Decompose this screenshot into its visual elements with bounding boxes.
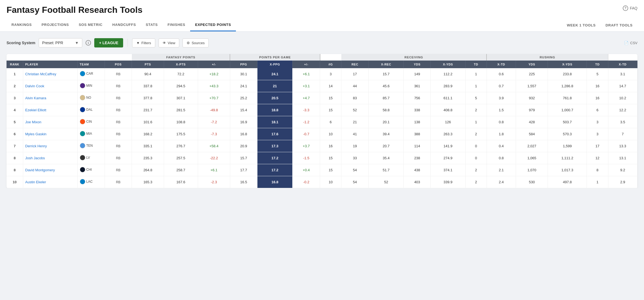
cell-xppg: 17.2: [257, 164, 293, 176]
cell-player-name[interactable]: Derrick Henry: [23, 140, 77, 152]
info-icon[interactable]: ℹ: [86, 40, 91, 46]
cell-rec-yds: 149: [404, 68, 431, 80]
cell-rush-yds: 1,065: [516, 152, 548, 164]
cell-xrec: 85.7: [369, 92, 404, 104]
nav-item-week1-tools[interactable]: WEEK 1 TOOLS: [562, 19, 601, 31]
league-button[interactable]: + LEAGUE: [94, 38, 123, 47]
nav-item-rankings[interactable]: RANKINGS: [7, 19, 37, 31]
cell-rush-xtd: 2.9: [608, 176, 637, 188]
col-xpts: X-PTS: [164, 61, 198, 68]
cell-player-name[interactable]: Josh Jacobs: [23, 152, 77, 164]
cell-ppg-pm: -3.3: [293, 104, 320, 116]
cell-plusminus: -22.2: [198, 152, 230, 164]
cell-rec-xyds: 611.1: [431, 92, 466, 104]
cell-rec: 83: [341, 92, 369, 104]
cell-rank: 4: [7, 104, 23, 116]
col-rush-yds: YDS: [516, 61, 548, 68]
cell-rec-xtd: 2.4: [487, 176, 516, 188]
cell-rec-td: 0: [465, 140, 487, 152]
cell-rec-td: 2: [465, 104, 487, 116]
eye-icon: 👁: [163, 41, 166, 45]
cell-rush-td: 5: [587, 68, 608, 80]
col-plusminus: +/-: [198, 61, 230, 68]
cell-rec-td: 1: [465, 116, 487, 128]
cell-player-name[interactable]: Myles Gaskin: [23, 128, 77, 140]
filters-button[interactable]: ▼ Filters: [132, 38, 155, 47]
csv-button[interactable]: 📄 CSV: [624, 41, 637, 45]
nav-item-handcuffs[interactable]: HANDCUFFS: [107, 19, 141, 31]
table-row: 1 Christian McCaffrey CAR RB 90.4 72.2 +…: [7, 68, 637, 80]
cell-ppg: 15.4: [230, 104, 257, 116]
cell-xpts: 167.6: [164, 176, 198, 188]
cell-rush-td: 3: [587, 116, 608, 128]
cell-xrec: 52: [369, 176, 404, 188]
table-row: 7 Derrick Henry TEN RB 335.1 276.7 +58.4…: [7, 140, 637, 152]
cell-rush-xyds: 761.8: [548, 92, 587, 104]
view-button[interactable]: 👁 View: [159, 38, 180, 47]
app-title: Fantasy Football Research Tools: [7, 5, 637, 19]
cell-plusminus: -7.2: [198, 116, 230, 128]
cell-player-name[interactable]: Alvin Kamara: [23, 92, 77, 104]
cell-ppg: 16.9: [230, 116, 257, 128]
cell-rush-yds: 225: [516, 68, 548, 80]
cell-team: TEN: [77, 140, 105, 152]
cell-xrec: 39.4: [369, 128, 404, 140]
cell-rush-xtd: 7: [608, 128, 637, 140]
cell-player-name[interactable]: Joe Mixon: [23, 116, 77, 128]
col-rec-xtd: X-TD: [487, 61, 516, 68]
col-xrec: X-REC: [369, 61, 404, 68]
cell-plusminus: +43.3: [198, 80, 230, 92]
table-row: 8 David Montgomery CHI RB 264.8 258.7 +6…: [7, 164, 637, 176]
cell-rank: 8: [7, 152, 23, 164]
nav-item-projections[interactable]: PROJECTIONS: [37, 19, 74, 31]
cell-rec-xtd: 1.8: [487, 128, 516, 140]
group-points-per-game: POINTS PER GAME: [230, 54, 320, 61]
cell-pos: RB: [105, 140, 132, 152]
team-icon: [80, 71, 85, 76]
cell-rush-xyds: 1,017.3: [548, 164, 587, 176]
cell-player-name[interactable]: Austin Ekeler: [23, 176, 77, 188]
nav-item-finishes[interactable]: FINISHES: [163, 19, 190, 31]
chevron-down-icon: ▼: [75, 41, 79, 45]
cell-player-name[interactable]: David Montgomery: [23, 164, 77, 176]
cell-rush-td: 6: [587, 104, 608, 116]
cell-rec: 44: [341, 80, 369, 92]
cell-plusminus: +58.4: [198, 140, 230, 152]
cell-rec-yds: 338: [404, 104, 431, 116]
cell-rush-xtd: 12.2: [608, 104, 637, 116]
cell-xpts: 72.2: [164, 68, 198, 80]
cell-player-name[interactable]: Dalvin Cook: [23, 80, 77, 92]
scoring-system-select[interactable]: Preset: PPR ▼: [39, 38, 82, 47]
cell-rec-td: 1: [465, 68, 487, 80]
nav-item-stats[interactable]: STATS: [141, 19, 163, 31]
cell-g: 15: [320, 152, 341, 164]
cell-xrec: 58.8: [369, 104, 404, 116]
cell-rush-yds: 428: [516, 116, 548, 128]
cell-xppg: 17.3: [257, 140, 293, 152]
cell-pos: RB: [105, 104, 132, 116]
cell-player-name[interactable]: Christian McCaffrey: [23, 68, 77, 80]
faq-button[interactable]: ? FAQ: [623, 5, 637, 11]
nav-item-sos-metric[interactable]: SOS METRIC: [74, 19, 107, 31]
cell-rush-xyds: 1,111.2: [548, 152, 587, 164]
nav-item-expected-points[interactable]: EXPECTED POINTS: [190, 19, 236, 31]
cell-ppg-pm: +6.1: [293, 68, 320, 80]
team-icon: [80, 167, 85, 172]
nav-item-draft-tools[interactable]: DRAFT TOOLS: [601, 19, 637, 31]
cell-ppg: 16.8: [230, 128, 257, 140]
cell-xppg: 21: [257, 80, 293, 92]
cell-ppg: 16.5: [230, 176, 257, 188]
cell-g: 14: [320, 80, 341, 92]
cell-rush-yds: 584: [516, 128, 548, 140]
cell-team: NO: [77, 92, 105, 104]
team-icon: [80, 155, 85, 160]
cell-pts: 335.1: [132, 140, 164, 152]
col-rush-xyds: X-YDS: [548, 61, 587, 68]
sources-button[interactable]: ⚙ Sources: [183, 38, 209, 47]
cell-rec-xtd: 0.6: [487, 68, 516, 80]
cell-player-name[interactable]: Ezekiel Elliott: [23, 104, 77, 116]
col-rank: RANK: [7, 61, 23, 68]
cell-xpts: 294.5: [164, 80, 198, 92]
cell-team: LV: [77, 152, 105, 164]
cell-team: MIN: [77, 80, 105, 92]
